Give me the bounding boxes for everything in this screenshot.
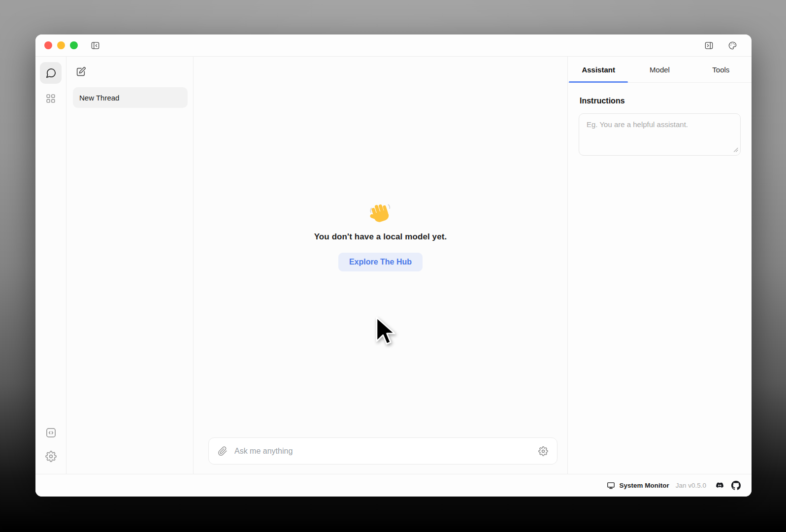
panel-left-toggle-icon [91, 41, 100, 50]
chat-input-bar [208, 437, 557, 465]
assistant-panel: Assistant Model Tools Instructions [567, 57, 752, 474]
github-icon[interactable] [731, 481, 741, 490]
compose-icon [75, 66, 86, 77]
input-settings-button[interactable] [538, 446, 548, 456]
instructions-field-wrapper [579, 113, 741, 158]
left-rail [35, 57, 66, 474]
content-area: New Thread [35, 57, 752, 474]
toggle-left-sidebar-button[interactable] [89, 39, 101, 52]
chat-bubble-icon [45, 67, 57, 79]
palette-icon [728, 41, 737, 50]
instructions-textarea[interactable] [579, 113, 741, 156]
empty-state: You don't have a local model yet. Explor… [314, 202, 447, 271]
new-thread-button[interactable] [74, 66, 87, 78]
paperclip-icon[interactable] [218, 446, 228, 456]
rail-item-local-api[interactable] [40, 422, 62, 443]
gear-icon [538, 446, 548, 456]
thread-list-panel: New Thread [66, 57, 194, 474]
status-bar: System Monitor Jan v0.5.0 [35, 474, 752, 497]
monitor-icon[interactable] [607, 481, 615, 490]
titlebar [35, 34, 752, 57]
empty-state-message: You don't have a local model yet. [314, 232, 447, 242]
tab-tools-label: Tools [712, 66, 729, 74]
desktop-background: New Thread [0, 0, 786, 532]
explore-hub-button[interactable]: Explore The Hub [338, 253, 423, 271]
tab-model-label: Model [650, 66, 670, 74]
waving-hand-emoji [369, 202, 392, 225]
app-version: Jan v0.5.0 [676, 482, 706, 489]
system-monitor-button[interactable]: System Monitor [619, 482, 669, 489]
chat-main-area: You don't have a local model yet. Explor… [194, 57, 567, 474]
zoom-button[interactable] [70, 41, 78, 49]
app-window: New Thread [35, 34, 752, 497]
traffic-lights [44, 41, 78, 49]
code-icon [45, 427, 57, 438]
rail-item-settings[interactable] [40, 445, 62, 467]
panel-right-toggle-icon [704, 41, 714, 50]
thread-list-item[interactable]: New Thread [73, 87, 188, 108]
rail-item-hub[interactable] [40, 88, 62, 109]
tab-assistant[interactable]: Assistant [568, 57, 629, 82]
gear-icon [45, 451, 57, 462]
discord-icon[interactable] [715, 481, 724, 490]
message-input[interactable] [233, 446, 533, 456]
rail-item-threads[interactable] [40, 62, 62, 84]
thread-title: New Thread [79, 94, 119, 102]
panel-tabs: Assistant Model Tools [568, 57, 752, 83]
grid-icon [45, 93, 56, 104]
tab-model[interactable]: Model [629, 57, 690, 82]
titlebar-actions [702, 39, 739, 52]
tab-assistant-label: Assistant [582, 66, 615, 74]
active-tab-underline [569, 81, 628, 83]
close-button[interactable] [44, 41, 52, 49]
toggle-right-panel-button[interactable] [702, 39, 715, 52]
theme-button[interactable] [726, 39, 739, 52]
assistant-panel-body: Instructions [568, 83, 752, 171]
social-links [715, 481, 741, 490]
instructions-heading: Instructions [580, 97, 741, 105]
mouse-cursor [375, 317, 395, 345]
minimize-button[interactable] [57, 41, 65, 49]
tab-tools[interactable]: Tools [690, 57, 752, 82]
